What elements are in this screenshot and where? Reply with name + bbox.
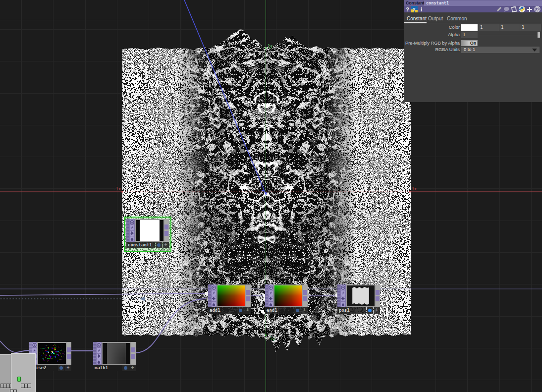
x-pos-tick [409,191,411,193]
target-icon[interactable] [534,6,541,12]
color-g-field[interactable]: 1 [499,24,520,31]
lightning-icon[interactable] [32,348,37,353]
display-dot-icon [59,366,63,370]
plus-button[interactable]: + [374,307,380,314]
bullseye-icon[interactable] [341,285,345,290]
plus-button[interactable]: + [244,307,251,314]
node-output-column [303,284,308,307]
node-constant1[interactable]: constant1 + [126,219,169,249]
display-flag-button[interactable] [294,307,301,314]
info-icon[interactable]: i [421,6,422,12]
display-flag-button[interactable] [237,307,244,314]
tab-output[interactable]: Output [428,16,443,21]
output-port[interactable] [376,296,379,301]
output-port[interactable] [246,296,250,301]
node-add1[interactable]: add1 + [208,284,251,314]
droplet-icon[interactable] [269,302,273,307]
floating-panel-front[interactable] [11,353,36,392]
param-label-rgba-units: RGBA Units [380,47,460,53]
output-port[interactable] [246,290,250,295]
lightning-icon[interactable] [212,290,216,295]
node-output-column [131,342,136,365]
output-port[interactable] [131,347,135,352]
arrow-icon[interactable] [130,231,134,236]
param-label-alpha: Alpha [380,32,460,38]
bullseye-icon[interactable] [32,342,37,347]
plus-icon[interactable] [527,6,533,12]
op-snippets-icon[interactable]: ? [411,6,418,12]
display-dot-icon [124,366,127,370]
premultiply-toggle[interactable]: On [461,40,478,46]
plus-button[interactable]: + [163,242,169,248]
bullseye-icon[interactable] [212,285,216,290]
param-row-premultiply: Pre-Multiply RGB by Alpha On [404,40,542,47]
output-port[interactable] [376,290,379,295]
display-flag-button[interactable] [156,242,162,248]
op-family-label: Constant [406,0,424,6]
arrow-icon[interactable] [212,296,216,301]
display-flag-button[interactable] [58,365,64,371]
node-pos1[interactable]: pos1 + [337,284,380,314]
droplet-icon[interactable] [97,359,101,364]
node-name-label[interactable]: pos1 [337,307,366,314]
arrow-icon[interactable] [341,296,345,301]
mini-node-glyph [10,390,13,392]
lightning-icon[interactable] [97,348,101,353]
alpha-field[interactable]: 1 [461,32,478,38]
color-b-field[interactable]: 1 [520,24,541,31]
droplet-icon[interactable] [130,236,134,241]
bullseye-icon[interactable] [269,285,273,290]
alpha-slider-handle[interactable] [538,32,540,38]
dialog-title-bar[interactable]: Constant constant1 [404,0,542,6]
comment-icon[interactable] [503,6,510,12]
node-output-column [164,219,169,242]
uv-gradient-image [217,285,245,306]
output-port[interactable] [164,224,168,229]
droplet-icon[interactable] [212,302,216,307]
plus-button[interactable]: + [129,365,136,371]
display-flag-button[interactable] [367,307,373,314]
node-name-label[interactable]: end1 [265,307,294,314]
node-name-label[interactable]: math1 [93,365,122,371]
plus-button[interactable]: + [65,365,71,371]
tab-common[interactable]: Common [447,16,467,21]
y-neg-tick-label: -1y [268,336,275,341]
display-flag-button[interactable] [122,365,129,371]
plus-button[interactable]: + [301,307,308,314]
display-dot-icon [368,309,372,312]
bullseye-icon[interactable] [97,342,101,347]
tab-constant[interactable]: Constant [407,16,427,21]
help-icon[interactable]: ? [406,6,409,12]
color-r-field[interactable]: 1 [479,24,499,31]
lightning-icon[interactable] [130,225,134,230]
output-port[interactable] [67,347,71,352]
pencil-icon[interactable] [496,6,502,12]
output-port[interactable] [164,231,168,236]
node-preview-uv-gradient [273,284,303,307]
copy-icon[interactable] [511,6,517,12]
output-port[interactable] [303,296,307,301]
output-port[interactable] [303,290,307,295]
lightning-icon[interactable] [341,290,345,295]
wire-to-noise2 [0,341,29,352]
node-end1[interactable]: end1 + [265,284,308,314]
output-port[interactable] [131,354,135,359]
mini-node-glyph [24,384,28,388]
arrow-icon[interactable] [269,296,273,301]
param-row-alpha: Alpha 1 [404,32,542,38]
green-led [17,377,21,382]
color-swatch[interactable] [461,24,478,31]
alpha-slider-track[interactable] [479,35,540,35]
node-name-label[interactable]: constant1 [126,242,155,248]
arrow-icon[interactable] [97,354,101,359]
output-port[interactable] [67,354,71,359]
lightning-icon[interactable] [269,290,273,295]
bullseye-icon[interactable] [130,220,134,224]
op-name-field[interactable]: constant1 [424,0,542,6]
node-math1[interactable]: math1 + [93,342,136,372]
parameter-dialog: Constant constant1 ? ? i [404,0,542,102]
node-name-label[interactable]: add1 [208,307,237,314]
rgba-units-dropdown[interactable]: 0 to 1 [461,47,540,53]
python-icon[interactable] [519,6,525,12]
droplet-icon[interactable] [341,302,345,307]
